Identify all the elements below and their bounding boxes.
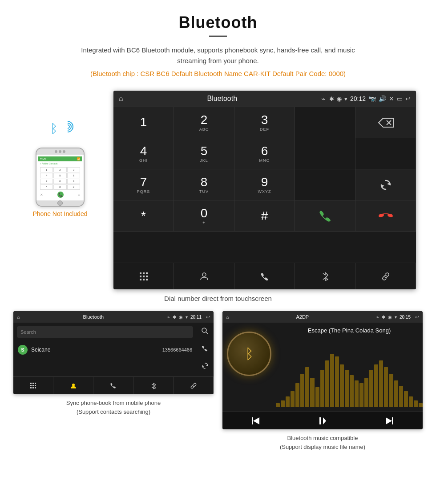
music-bottom-bar	[222, 412, 423, 429]
dial-key-0[interactable]: 0 +	[174, 200, 234, 232]
a2dp-home-icon[interactable]: ⌂	[226, 314, 229, 320]
dial-key-3[interactable]: 3 DEF	[234, 107, 295, 138]
a2dp-back-icon[interactable]: ↩	[415, 314, 419, 320]
bottom-link-icon[interactable]	[355, 263, 416, 289]
phonebook-status-bar: ⌂ Bluetooth ⌁ ✱ ◉ ▾ 20:11 ↩	[13, 311, 214, 323]
search-contacts-icon[interactable]	[197, 324, 214, 340]
page-title: Bluetooth	[9, 13, 427, 32]
eq-bar	[340, 364, 344, 407]
phonebook-caption: Sync phone-book from mobile phone (Suppo…	[66, 399, 161, 416]
a2dp-screen-block: ⌂ A2DP ⌁ ✱ ◉ ▾ 20:15 ↩ ᛒ Escape (The Pin…	[222, 311, 423, 451]
svg-point-14	[202, 273, 206, 276]
pb-bottom-contacts[interactable]	[53, 377, 93, 394]
eq-bar	[310, 378, 314, 407]
eq-bar	[364, 378, 368, 407]
eq-bar	[300, 374, 304, 407]
home-icon[interactable]: ⌂	[119, 95, 123, 103]
eq-bar	[414, 400, 418, 407]
volume-icon[interactable]: 🔊	[379, 95, 386, 102]
pb-bottom-bt[interactable]	[133, 377, 174, 394]
phone-key-hash: #	[67, 184, 80, 190]
contact-number: 13566664466	[162, 347, 192, 352]
phone-mockup-container: ᛒ M:20📶 + Add to Contacts 1 2	[20, 91, 100, 289]
svg-rect-9	[143, 276, 145, 277]
svg-rect-10	[146, 276, 148, 277]
bottom-dialpad-icon[interactable]	[113, 263, 174, 289]
phonebook-search-bar[interactable]: Search	[17, 326, 193, 338]
call-contact-icon[interactable]	[197, 342, 214, 357]
car-screen-title: Bluetooth	[127, 95, 318, 103]
dial-refresh[interactable]	[355, 169, 416, 200]
phonebook-bottom-bar	[13, 376, 214, 394]
pb-back-icon[interactable]: ↩	[206, 314, 210, 320]
svg-marker-4	[381, 184, 384, 188]
dial-key-4[interactable]: 4 GHI	[113, 138, 174, 169]
svg-rect-6	[143, 272, 145, 274]
eq-bars	[276, 354, 423, 407]
eq-bar	[325, 360, 329, 407]
a2dp-sig-icon: ▾	[395, 315, 397, 320]
dial-backspace[interactable]	[355, 107, 416, 138]
pb-bottom-dialpad[interactable]	[13, 377, 53, 394]
phone-home-button[interactable]	[57, 200, 63, 206]
dial-empty-4	[295, 169, 355, 200]
prev-track-button[interactable]	[222, 412, 289, 429]
play-pause-button[interactable]	[289, 412, 356, 429]
eq-bar	[320, 370, 324, 407]
phone-key-3: 3	[67, 167, 80, 172]
eq-bar	[350, 375, 354, 407]
dial-end-call-button[interactable]	[355, 200, 416, 232]
dial-key-hash[interactable]: #	[234, 200, 295, 232]
dial-key-9[interactable]: 9 WXYZ	[234, 169, 295, 200]
svg-rect-5	[140, 272, 141, 274]
close-icon[interactable]: ✕	[389, 95, 394, 102]
svg-rect-27	[35, 387, 36, 388]
next-track-button[interactable]	[356, 412, 423, 429]
pb-bt-icon: ✱	[173, 315, 176, 320]
svg-rect-11	[140, 279, 141, 280]
dial-key-6[interactable]: 6 MNO	[234, 138, 295, 169]
dial-call-button[interactable]	[295, 200, 355, 232]
phone-key-6: 6	[67, 173, 80, 178]
phone-key-star: *	[40, 184, 53, 190]
a2dp-usb-icon: ⌁	[376, 314, 379, 320]
dial-empty-2	[295, 138, 355, 169]
phone-screen: M:20📶 + Add to Contacts 1 2 3 4 5 6 7 8 …	[36, 155, 84, 200]
eq-bar	[374, 364, 378, 407]
svg-rect-31	[319, 417, 321, 424]
phonebook-screen: ⌂ Bluetooth ⌁ ✱ ◉ ▾ 20:11 ↩ Search S	[13, 311, 214, 394]
bottom-phone-icon[interactable]	[234, 263, 295, 289]
contact-row[interactable]: S Seicane 13566664466	[13, 341, 197, 358]
eq-bar	[345, 370, 349, 407]
svg-marker-29	[252, 417, 253, 424]
back-icon[interactable]: ↩	[405, 95, 411, 102]
svg-rect-13	[146, 279, 148, 280]
svg-marker-3	[387, 182, 390, 185]
pb-home-icon[interactable]: ⌂	[17, 314, 20, 320]
dial-key-5[interactable]: 5 JKL	[174, 138, 234, 169]
dial-key-1[interactable]: 1	[113, 107, 174, 138]
dial-key-8[interactable]: 8 TUV	[174, 169, 234, 200]
pb-bottom-phone[interactable]	[93, 377, 133, 394]
dial-key-2[interactable]: 2 ABC	[174, 107, 234, 138]
dial-key-star[interactable]: *	[113, 200, 174, 232]
phone-key-8: 8	[53, 179, 66, 184]
phone-key-4: 4	[40, 173, 53, 178]
dial-key-7[interactable]: 7 PQRS	[113, 169, 174, 200]
eq-bar	[399, 386, 403, 407]
phone-call-button[interactable]: 📞	[57, 192, 64, 198]
a2dp-status-bar: ⌂ A2DP ⌁ ✱ ◉ ▾ 20:15 ↩	[222, 311, 423, 323]
phone-device-mockup: M:20📶 + Add to Contacts 1 2 3 4 5 6 7 8 …	[36, 148, 85, 207]
svg-rect-23	[32, 385, 34, 386]
bluetooth-signal-icon: ᛒ	[47, 117, 73, 144]
eq-bar	[389, 374, 393, 407]
pb-bottom-link[interactable]	[174, 377, 214, 394]
svg-rect-26	[32, 387, 34, 388]
signal-icon: ▾	[344, 96, 347, 102]
screen-icon[interactable]: ▭	[397, 95, 403, 102]
bottom-bluetooth-icon[interactable]	[295, 263, 355, 289]
bottom-contacts-icon[interactable]	[174, 263, 234, 289]
pb-time: 20:11	[190, 315, 202, 320]
refresh-contacts-icon[interactable]	[197, 359, 214, 375]
camera-icon[interactable]: 📷	[368, 95, 376, 102]
